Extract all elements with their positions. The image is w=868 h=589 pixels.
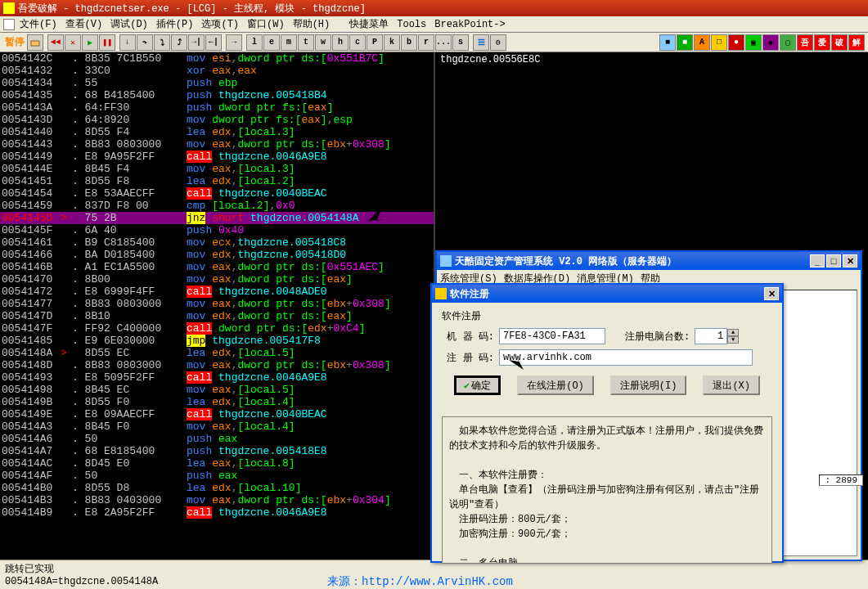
disasm-row[interactable]: 0054145D> 75 2Bjnz short thgdzcne.005414… [0,212,434,224]
machine-code-input[interactable] [499,328,605,344]
tb-trace1-icon[interactable]: ⤵ [154,34,170,51]
disasm-row[interactable]: 00541461. B9 C8185400mov ecx,thgdzcne.00… [0,236,434,249]
reg-close-button[interactable]: ✕ [764,287,779,300]
tb-letter-l[interactable]: l [246,34,263,51]
tb-goto-icon[interactable]: → [226,34,242,51]
serial-input[interactable] [499,349,753,366]
disasm-row[interactable]: 00541485. E9 6E030000jmp thgdzcne.005417… [0,335,434,347]
disasm-row[interactable]: 00541451. 8D55 F8lea edx,[local.2] [0,175,434,187]
disasm-row[interactable]: 00541477. 8B83 0803000mov eax,dword ptr … [0,298,434,310]
tb-ex2[interactable]: ■ [677,34,693,51]
disasm-row[interactable]: 0054145F. 6A 40push 0x40 [0,224,434,236]
disasm-row[interactable]: 0054148A> 8D55 EClea edx,[local.5] [0,347,434,359]
spin-down-icon[interactable]: ▼ [727,336,739,344]
tb-ex5[interactable]: ● [728,34,744,51]
tb-jie[interactable]: 解 [848,34,865,51]
tb-ex6[interactable]: ▣ [745,34,762,51]
disasm-row[interactable]: 00541454. E8 53AAECFFcall thgdzcne.0040B… [0,187,434,200]
disasm-row[interactable]: 00541443. 8B83 0803000mov eax,dword ptr … [0,138,434,151]
tb-trace2-icon[interactable]: ⤴ [171,34,187,51]
tb-letter-s[interactable]: s [452,34,469,51]
asset-close-button[interactable]: ✕ [843,254,857,268]
disasm-row[interactable]: 00541459. 837D F8 00cmp [local.2],0x0 [0,200,434,212]
disasm-row[interactable]: 00541470. 8B00mov eax,dword ptr ds:[eax] [0,273,434,286]
disasm-row[interactable]: 005414A7. 68 E8185400push thgdzcne.00541… [0,445,434,457]
tb-ex4[interactable]: □ [711,34,727,51]
tb-letter-...[interactable]: ... [435,34,452,51]
disasm-row[interactable]: 0054144E. 8B45 F4mov eax,[local.3] [0,163,434,175]
disasm-row[interactable]: 00541440. 8D55 F4lea edx,[local.3] [0,126,434,138]
tb-list-icon[interactable]: ☰ [473,34,489,51]
menu-help[interactable]: 帮助(H) [290,17,334,31]
tb-play-icon[interactable]: ▶ [82,34,98,51]
tb-stepinto-icon[interactable]: ↓ [119,34,136,51]
tb-letter-P[interactable]: P [367,34,383,51]
tb-letter-c[interactable]: c [349,34,366,51]
disasm-row[interactable]: 0054148D. 8B83 0803000mov eax,dword ptr … [0,359,434,371]
disasm-row[interactable]: 00541449. E8 9A95F2FFcall thgdzcne.0046A… [0,151,434,163]
disasm-row[interactable]: 00541493. E8 5095F2FFcall thgdzcne.0046A… [0,371,434,384]
tb-ex1[interactable]: ■ [659,34,676,51]
disasm-row[interactable]: 0054147D. 8B10mov edx,dword ptr ds:[eax] [0,310,434,322]
online-reg-button[interactable]: 在线注册(O) [517,375,594,395]
menu-debug[interactable]: 调试(D) [107,17,151,31]
tb-stepover-icon[interactable]: ↷ [137,34,153,51]
tb-restart-icon[interactable]: ◄◄ [47,34,64,51]
disasm-row[interactable]: 005414A6. 50push eax [0,433,434,445]
count-spinner[interactable]: ▲▼ [695,328,739,344]
disasm-row[interactable]: 00541435. 68 B4185400push thgdzcne.00541… [0,89,434,101]
disasm-row[interactable]: 0054143D. 64:8920mov dword ptr fs:[eax],… [0,114,434,126]
tb-opt-icon[interactable]: ⚙ [490,34,506,51]
disasm-row[interactable]: 005414B0. 8D55 D8lea edx,[local.10] [0,482,434,494]
disasm-row[interactable]: 00541466. BA D0185400mov edx,thgdzcne.00… [0,249,434,261]
disasm-row[interactable]: 00541432. 33C0xor eax,eax [0,65,434,77]
disasm-row[interactable]: 0054149E. E8 09AAECFFcall thgdzcne.0040B… [0,408,434,420]
exit-button[interactable]: 退出(X) [703,375,760,395]
disasm-row[interactable]: 00541434. 55push ebp [0,77,434,89]
tb-ex7[interactable]: ◆ [762,34,779,51]
tb-letter-e[interactable]: e [263,34,280,51]
disasm-row[interactable]: 005414AC. 8D45 E0lea eax,[local.8] [0,457,434,470]
tb-letter-r[interactable]: r [418,34,434,51]
ok-button[interactable]: ✔确定 [454,375,501,395]
menu-plugin[interactable]: 插件(P) [153,17,197,31]
tb-close-icon[interactable]: ✕ [65,34,81,51]
tb-pause-icon[interactable]: ❚❚ [99,34,115,51]
disasm-row[interactable]: 005414A3. 8B45 F0mov eax,[local.4] [0,420,434,433]
tb-ex8[interactable]: ▢ [780,34,796,51]
asset-min-button[interactable]: _ [810,254,825,268]
tb-wu[interactable]: 吾 [797,34,813,51]
disasm-row[interactable]: 005414B9. E8 2A95F2FFcall thgdzcne.0046A… [0,506,434,519]
menu-window[interactable]: 窗口(W) [244,17,288,31]
tb-ex3[interactable]: A [694,34,710,51]
reg-help-button[interactable]: 注册说明(I) [610,375,687,395]
asset-max-button[interactable]: □ [826,254,841,268]
menu-view[interactable]: 查看(V) [62,17,106,31]
disasm-row[interactable]: 0054142C. 8B35 7C1B550mov esi,dword ptr … [0,52,434,65]
tb-letter-b[interactable]: b [401,34,417,51]
tb-letter-h[interactable]: h [332,34,349,51]
tb-runto-icon[interactable]: →| [188,34,205,51]
disasm-row[interactable]: 00541472. E8 6999F4FFcall thgdzcne.0048A… [0,286,434,298]
disasm-row[interactable]: 0054146B. A1 EC1A5500mov eax,dword ptr d… [0,261,434,273]
tb-return-icon[interactable]: ←| [205,34,222,51]
disasm-row[interactable]: 005414AF. 50push eax [0,470,434,482]
spin-up-icon[interactable]: ▲ [727,329,739,336]
menu-option[interactable]: 选项(T) [198,17,242,31]
tb-letter-m[interactable]: m [281,34,297,51]
disasm-row[interactable]: 0054147F. FF92 C400000call dword ptr ds:… [0,322,434,335]
menu-tools[interactable]: Tools [394,19,430,30]
menu-file[interactable]: 文件(F) [16,17,61,31]
disasm-row[interactable]: 00541498. 8B45 ECmov eax,[local.5] [0,384,434,396]
tb-letter-w[interactable]: w [315,34,331,51]
disasm-row[interactable]: 005414B3. 8B83 0403000mov eax,dword ptr … [0,494,434,506]
tb-folder-icon[interactable] [27,34,43,51]
tb-letter-t[interactable]: t [298,34,314,51]
file-menu-icon[interactable] [3,19,15,30]
tb-letter-k[interactable]: k [384,34,400,51]
menu-bp[interactable]: BreakPoint-> [431,19,508,30]
disasm-row[interactable]: 0054143A. 64:FF30push dword ptr fs:[eax] [0,101,434,114]
tb-ai[interactable]: 爱 [814,34,830,51]
count-input[interactable] [695,328,727,344]
tb-po[interactable]: 破 [831,34,848,51]
